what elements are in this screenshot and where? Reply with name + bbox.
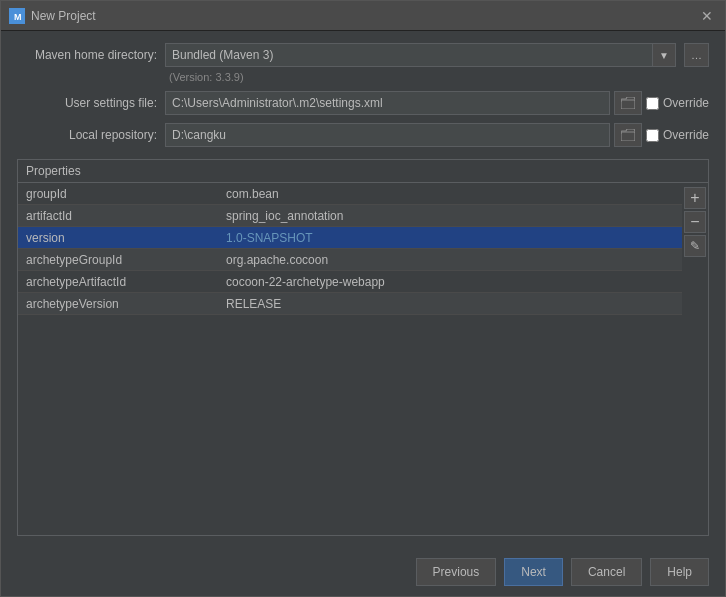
local-repo-override-label[interactable]: Override: [646, 128, 709, 142]
svg-text:M: M: [14, 12, 22, 22]
user-settings-override-label[interactable]: Override: [646, 96, 709, 110]
maven-home-combo: ▼: [165, 43, 676, 67]
app-icon: M: [9, 8, 25, 24]
previous-button[interactable]: Previous: [416, 558, 497, 586]
property-value: com.bean: [218, 185, 682, 203]
svg-rect-2: [621, 100, 635, 109]
user-settings-input-container: Override: [165, 91, 709, 115]
local-repo-input[interactable]: [165, 123, 610, 147]
user-settings-label: User settings file:: [17, 96, 157, 110]
properties-wrapper: groupIdcom.beanartifactIdspring_ioc_anno…: [18, 183, 708, 535]
svg-rect-3: [621, 132, 635, 141]
property-key: artifactId: [18, 207, 218, 225]
remove-property-btn[interactable]: −: [684, 211, 706, 233]
cancel-button[interactable]: Cancel: [571, 558, 642, 586]
property-value: 1.0-SNAPSHOT: [218, 229, 682, 247]
edit-property-btn[interactable]: ✎: [684, 235, 706, 257]
table-row[interactable]: archetypeArtifactIdcocoon-22-archetype-w…: [18, 271, 682, 293]
maven-home-label: Maven home directory:: [17, 48, 157, 62]
user-settings-browse-btn[interactable]: [614, 91, 642, 115]
property-key: groupId: [18, 185, 218, 203]
help-button[interactable]: Help: [650, 558, 709, 586]
maven-home-dropdown-btn[interactable]: ▼: [652, 43, 676, 67]
user-settings-override-checkbox[interactable]: [646, 97, 659, 110]
dialog-footer: Previous Next Cancel Help: [1, 548, 725, 596]
property-key: archetypeVersion: [18, 295, 218, 313]
side-actions: + − ✎: [682, 183, 708, 535]
local-repo-input-container: Override: [165, 123, 709, 147]
table-row[interactable]: archetypeGroupIdorg.apache.cocoon: [18, 249, 682, 271]
property-value: cocoon-22-archetype-webapp: [218, 273, 682, 291]
close-button[interactable]: ✕: [697, 6, 717, 26]
maven-version-text: (Version: 3.3.9): [165, 71, 244, 83]
property-value: RELEASE: [218, 295, 682, 313]
properties-table: groupIdcom.beanartifactIdspring_ioc_anno…: [18, 183, 682, 535]
maven-version-row: (Version: 3.3.9): [17, 71, 709, 83]
maven-home-row: Maven home directory: ▼ …: [17, 43, 709, 67]
property-key: archetypeArtifactId: [18, 273, 218, 291]
property-key: archetypeGroupId: [18, 251, 218, 269]
title-bar: M New Project ✕: [1, 1, 725, 31]
add-property-btn[interactable]: +: [684, 187, 706, 209]
properties-header: Properties: [18, 160, 708, 183]
local-repo-row: Local repository: Override: [17, 123, 709, 147]
table-row[interactable]: version1.0-SNAPSHOT: [18, 227, 682, 249]
properties-section: Properties groupIdcom.beanartifactIdspri…: [17, 159, 709, 536]
local-repo-override-checkbox[interactable]: [646, 129, 659, 142]
maven-home-input[interactable]: [165, 43, 652, 67]
property-key: version: [18, 229, 218, 247]
next-button[interactable]: Next: [504, 558, 563, 586]
property-value: spring_ioc_annotation: [218, 207, 682, 225]
maven-home-browse-btn[interactable]: …: [684, 43, 709, 67]
table-row[interactable]: groupIdcom.bean: [18, 183, 682, 205]
table-row[interactable]: archetypeVersionRELEASE: [18, 293, 682, 315]
new-project-dialog: M New Project ✕ Maven home directory: ▼ …: [0, 0, 726, 597]
dialog-content: Maven home directory: ▼ … (Version: 3.3.…: [1, 31, 725, 548]
table-row[interactable]: artifactIdspring_ioc_annotation: [18, 205, 682, 227]
dialog-title: New Project: [31, 9, 691, 23]
user-settings-row: User settings file: Override: [17, 91, 709, 115]
user-settings-input[interactable]: [165, 91, 610, 115]
local-repo-label: Local repository:: [17, 128, 157, 142]
local-repo-browse-btn[interactable]: [614, 123, 642, 147]
property-value: org.apache.cocoon: [218, 251, 682, 269]
